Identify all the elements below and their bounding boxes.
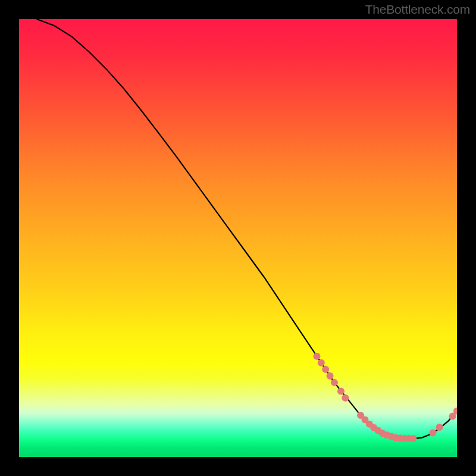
data-marker [331, 379, 338, 386]
data-marker [409, 435, 416, 442]
watermark-text: TheBottleneck.com [365, 2, 470, 17]
data-marker [342, 394, 349, 402]
data-marker [430, 430, 437, 437]
data-marker [322, 366, 329, 373]
data-marker [313, 353, 320, 360]
chart-container: TheBottleneck.com [0, 0, 476, 476]
main-curve-path [36, 19, 457, 439]
data-marker [327, 372, 334, 380]
data-marker [436, 424, 443, 431]
markers-group [313, 353, 457, 442]
chart-svg [19, 19, 457, 457]
plot-area [19, 19, 457, 457]
data-marker [337, 388, 345, 395]
data-marker [318, 359, 325, 367]
